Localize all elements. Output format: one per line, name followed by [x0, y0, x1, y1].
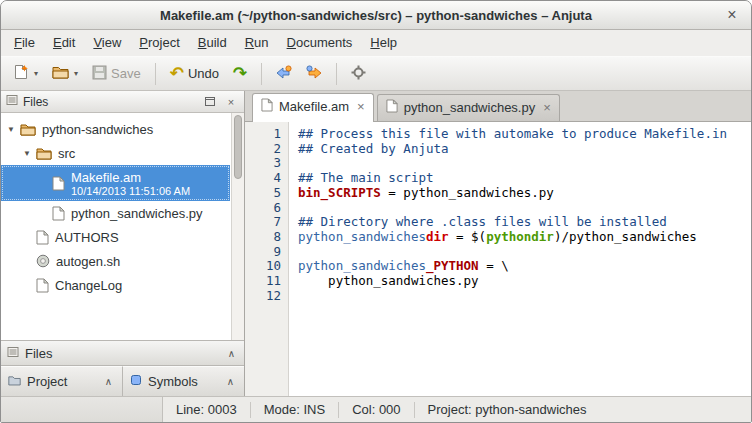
redo-button[interactable]: ↷ [227, 61, 253, 86]
tree-item-date: 10/14/2013 11:51:06 AM [71, 185, 190, 197]
save-button-label: Save [111, 66, 141, 81]
code-line: bin_SCRIPTS = python_sandwiches.py [298, 186, 751, 201]
undo-button-label: Undo [188, 66, 219, 81]
line-number: 10 [245, 259, 281, 274]
dock-tab-symbols[interactable]: Symbols∧ [123, 366, 244, 396]
code-line: ## Created by Anjuta [298, 142, 751, 157]
files-panel-title: Files [23, 95, 48, 109]
nav-next-button[interactable] [300, 60, 328, 88]
file-tree: ▼python-sandwiches▼srcMakefile.am10/14/2… [1, 113, 244, 340]
nav-prev-button[interactable] [270, 60, 298, 88]
menubar: FileEditViewProjectBuildRunDocumentsHelp [1, 30, 751, 56]
save-icon [92, 65, 107, 83]
code-line: python_sandwichesdir = $(pythondir)/pyth… [298, 230, 751, 245]
status-col: Col: 000 [339, 402, 414, 418]
editor-tab-makefile-am[interactable]: Makefile.am× [252, 93, 374, 122]
files-panel-header[interactable]: Files × [1, 91, 244, 113]
main-area: Files × ▼python-sandwiches▼srcMakefile.a… [1, 91, 751, 396]
code-line: ## Process this file with automake to pr… [298, 127, 751, 142]
tree-item-label: AUTHORS [55, 230, 119, 245]
line-number: 7 [245, 215, 281, 230]
nav-prev-icon [276, 65, 292, 83]
dock-tab-project[interactable]: Project∧ [1, 366, 123, 396]
collapse-icon[interactable]: ∧ [225, 348, 238, 359]
tree-item-authors[interactable]: AUTHORS [1, 225, 244, 249]
code-line [298, 245, 751, 260]
tree-scrollbar[interactable] [231, 113, 244, 340]
tree-item-src[interactable]: ▼src [1, 141, 244, 165]
tree-item-python-sandwiches[interactable]: ▼python-sandwiches [1, 117, 244, 141]
code-area[interactable]: ## Process this file with automake to pr… [289, 122, 751, 396]
toolbar: ▾ ▾ Save ↶ Undo ↷ [1, 56, 751, 91]
open-file-dropdown-icon[interactable]: ▾ [74, 69, 78, 78]
toolbar-separator [155, 63, 156, 85]
menu-run[interactable]: Run [236, 30, 278, 56]
files-panel-icon [6, 94, 18, 109]
tree-scrollbar-thumb[interactable] [234, 115, 242, 179]
save-button[interactable]: Save [86, 60, 147, 88]
line-number: 8 [245, 230, 281, 245]
new-file-dropdown-icon[interactable]: ▾ [34, 69, 38, 78]
gear-icon [351, 65, 366, 83]
line-number: 6 [245, 201, 281, 216]
tree-item-label: ChangeLog [55, 278, 122, 293]
editor-tab-python-sandwiches-py[interactable]: python_sandwiches.py× [377, 94, 560, 121]
detach-panel-icon[interactable] [202, 94, 218, 109]
status-project: Project: python-sandwiches [415, 402, 600, 418]
symbols-icon [130, 374, 142, 389]
files-collapsed-icon [7, 346, 19, 361]
code-line [298, 201, 751, 216]
tree-item-label: src [58, 146, 75, 161]
menu-file[interactable]: File [5, 30, 44, 56]
line-number: 4 [245, 171, 281, 186]
editor-body[interactable]: 123456789101112 ## Process this file wit… [245, 121, 751, 396]
new-file-button[interactable]: ▾ [8, 59, 44, 88]
new-file-icon [14, 64, 29, 83]
files-sidebar: Files × ▼python-sandwiches▼srcMakefile.a… [1, 91, 245, 396]
line-number: 9 [245, 245, 281, 260]
menu-view[interactable]: View [84, 30, 130, 56]
tree-item-python-sandwiches-py[interactable]: python_sandwiches.py [1, 201, 244, 225]
titlebar[interactable]: Makefile.am (~/python-sandwiches/src) – … [1, 1, 751, 30]
nav-next-icon [306, 65, 322, 83]
close-icon[interactable]: × [722, 5, 742, 25]
code-line [298, 156, 751, 171]
dock-tabs: Project∧Symbols∧ [1, 366, 244, 396]
open-file-button[interactable]: ▾ [46, 60, 84, 87]
menu-documents[interactable]: Documents [278, 30, 362, 56]
collapse-icon[interactable]: ∧ [224, 376, 237, 387]
editor-tab-label: python_sandwiches.py [404, 100, 536, 115]
tree-item-changelog[interactable]: ChangeLog [1, 273, 244, 297]
files-collapsed-panel[interactable]: Files ∧ [1, 340, 244, 366]
menu-edit[interactable]: Edit [44, 30, 84, 56]
tree-item-label: python_sandwiches.py [71, 206, 203, 221]
folder-icon [20, 123, 36, 136]
open-folder-icon [52, 65, 69, 82]
expander-icon[interactable]: ▼ [23, 149, 36, 158]
dock-tab-label: Symbols [148, 374, 218, 389]
close-panel-icon[interactable]: × [223, 94, 239, 109]
expander-icon[interactable]: ▼ [7, 125, 20, 134]
editor-tab-label: Makefile.am [279, 99, 349, 114]
menu-build[interactable]: Build [189, 30, 236, 56]
collapse-icon[interactable]: ∧ [102, 376, 115, 387]
tree-item-label: autogen.sh [56, 254, 120, 269]
statusbar-grip [1, 397, 163, 422]
tree-item-autogen-sh[interactable]: autogen.sh [1, 249, 244, 273]
tree-item-makefile-am[interactable]: Makefile.am10/14/2013 11:51:06 AM [1, 165, 230, 201]
redo-icon: ↷ [233, 66, 247, 81]
file-icon [386, 99, 398, 116]
menu-help[interactable]: Help [361, 30, 406, 56]
menu-project[interactable]: Project [130, 30, 188, 56]
file-icon [52, 206, 65, 221]
folder-icon [36, 147, 52, 160]
preferences-button[interactable] [345, 60, 372, 88]
tab-close-icon[interactable]: × [357, 101, 365, 112]
editor-pane: Makefile.am×python_sandwiches.py× 123456… [245, 91, 751, 396]
code-line: python_sandwiches_PYTHON = \ [298, 259, 751, 274]
line-number: 3 [245, 156, 281, 171]
status-mode: Mode: INS [251, 402, 339, 418]
tab-close-icon[interactable]: × [543, 102, 551, 113]
files-collapsed-title: Files [25, 346, 52, 361]
undo-button[interactable]: ↶ Undo [164, 61, 225, 86]
